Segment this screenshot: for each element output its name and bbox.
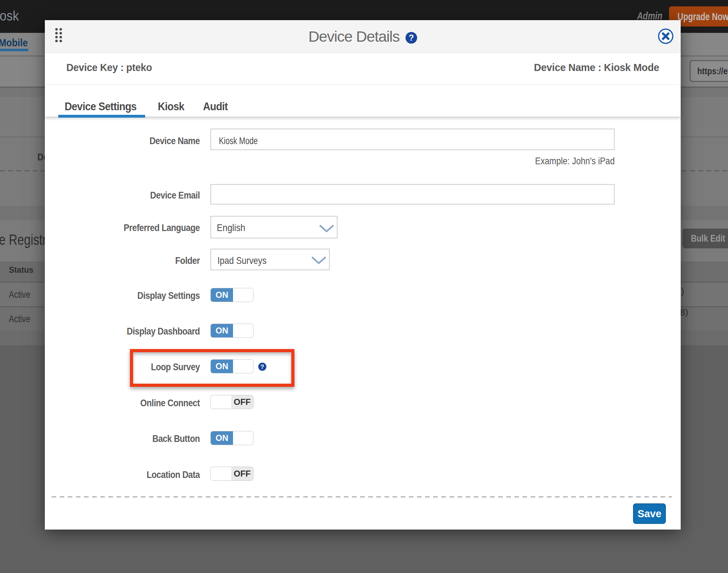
svg-text:?: ? bbox=[261, 364, 264, 370]
svg-text:?: ? bbox=[408, 33, 414, 42]
